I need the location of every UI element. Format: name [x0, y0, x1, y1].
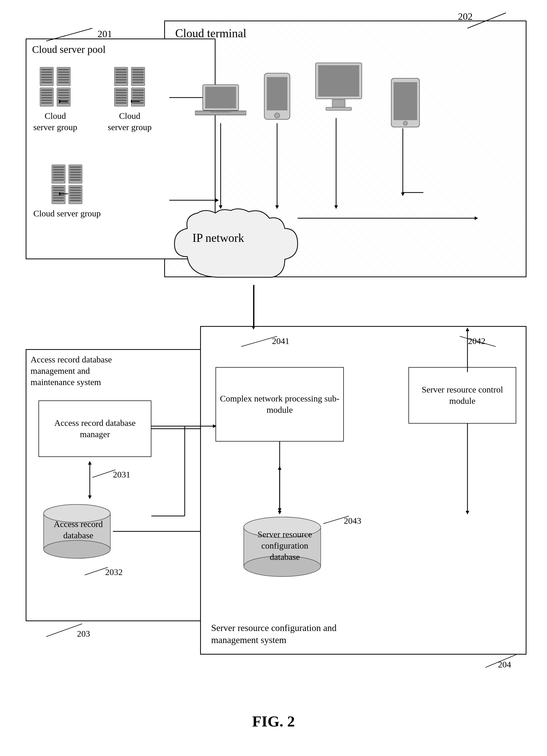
svg-rect-11 [41, 92, 52, 93]
svg-rect-42 [116, 94, 127, 96]
svg-rect-38 [116, 82, 127, 83]
phone-icon [262, 72, 292, 123]
svg-rect-15 [41, 102, 52, 104]
svg-marker-61 [131, 100, 132, 103]
ref-201-line [41, 26, 103, 46]
svg-marker-31 [59, 100, 60, 103]
svg-rect-20 [58, 76, 69, 78]
svg-rect-108 [393, 82, 417, 120]
svg-rect-25 [58, 92, 69, 93]
rack-icon [56, 67, 71, 86]
svg-marker-141 [466, 328, 469, 331]
svg-point-102 [274, 113, 279, 118]
svg-marker-118 [401, 193, 405, 196]
svg-rect-22 [58, 82, 69, 83]
server-resource-title: Server resource configuration and manage… [211, 622, 339, 646]
arrow-desktop-cloud [333, 118, 339, 210]
svg-rect-72 [53, 187, 64, 188]
svg-rect-45 [116, 102, 127, 104]
svg-rect-7 [41, 79, 52, 81]
svg-rect-51 [132, 79, 144, 81]
tablet-icon [390, 77, 421, 128]
complex-network-label: Complex network processing sub-module [216, 393, 343, 416]
connector-l-shape [151, 426, 218, 519]
svg-rect-97 [205, 87, 236, 108]
cloud-terminal-label: Cloud terminal [173, 26, 249, 40]
svg-rect-81 [70, 171, 81, 173]
svg-rect-6 [41, 76, 52, 78]
ref-2041-line [236, 334, 282, 349]
svg-marker-126 [88, 495, 92, 499]
svg-marker-145 [466, 511, 469, 514]
access-db-manager-box: Access record database manager [39, 400, 151, 457]
svg-marker-160 [252, 326, 255, 330]
svg-marker-115 [334, 205, 338, 209]
svg-rect-54 [132, 89, 144, 91]
access-db-manager-label: Access record database manager [39, 417, 151, 440]
svg-rect-18 [58, 71, 69, 73]
arrow-tablet-cloud [400, 128, 451, 216]
svg-marker-152 [278, 466, 281, 470]
svg-rect-26 [58, 94, 69, 96]
server-resource-config-db-label: Server resource configuration database [246, 529, 323, 563]
svg-rect-47 [132, 69, 144, 70]
svg-line-123 [92, 470, 116, 477]
complex-network-box: Complex network processing sub-module [216, 367, 344, 442]
svg-rect-44 [116, 100, 127, 101]
svg-line-1 [46, 28, 92, 41]
svg-line-132 [46, 624, 82, 637]
ref-2031-line [90, 467, 121, 480]
svg-rect-13 [41, 97, 52, 99]
laptop-icon [195, 82, 246, 123]
svg-rect-3 [41, 69, 52, 70]
svg-rect-4 [41, 71, 52, 73]
arrow-phone-cloud [274, 123, 279, 210]
svg-rect-104 [318, 65, 359, 97]
rack-icon [68, 185, 83, 204]
svg-rect-14 [41, 100, 52, 101]
svg-rect-24 [58, 89, 69, 91]
rack-icon [114, 67, 128, 86]
arrow-sg1 [59, 98, 69, 105]
svg-marker-153 [278, 511, 281, 514]
svg-rect-21 [58, 79, 69, 81]
svg-rect-80 [70, 169, 81, 170]
svg-rect-83 [70, 177, 81, 178]
svg-marker-113 [275, 205, 279, 209]
server-resource-control-label: Server resource control module [409, 384, 516, 407]
svg-line-138 [241, 336, 277, 347]
ref-2042-line [455, 334, 501, 349]
svg-rect-50 [132, 76, 144, 78]
arrow-control-to-db [465, 424, 470, 516]
rack-icon [68, 164, 83, 184]
svg-point-109 [403, 121, 407, 125]
arrow-manager-db [87, 460, 92, 501]
svg-rect-70 [53, 179, 64, 181]
server-group-2: Cloudserver group [108, 67, 152, 133]
svg-rect-41 [116, 92, 127, 93]
svg-rect-66 [53, 169, 64, 170]
svg-rect-99 [211, 111, 231, 112]
svg-line-0 [467, 13, 506, 28]
desktop-icon [313, 62, 364, 118]
svg-rect-19 [58, 74, 69, 75]
svg-rect-48 [132, 71, 144, 73]
arrow-sg2 [131, 98, 141, 105]
svg-line-131 [85, 567, 108, 575]
svg-point-129 [44, 540, 110, 558]
svg-line-150 [323, 516, 349, 524]
arrow-sg3 [59, 190, 69, 198]
rack-icon [114, 87, 128, 107]
ref-202-line [455, 10, 521, 31]
svg-rect-90 [70, 197, 81, 199]
svg-rect-88 [70, 192, 81, 194]
svg-rect-65 [53, 166, 64, 168]
svg-rect-10 [41, 89, 52, 91]
svg-rect-17 [58, 69, 69, 70]
svg-rect-69 [53, 177, 64, 178]
rack-icon [51, 164, 66, 184]
svg-rect-34 [116, 71, 127, 73]
rack-icon [40, 87, 54, 107]
svg-rect-56 [132, 94, 144, 96]
arrow-complex-db-double [277, 465, 282, 516]
